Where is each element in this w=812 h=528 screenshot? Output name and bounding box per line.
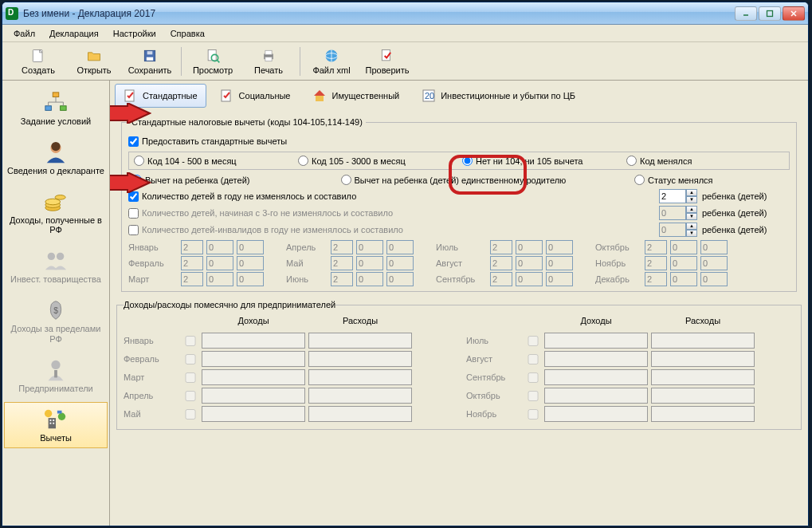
group-legend: Стандартные налоговые вычеты (коды 104-1…: [128, 117, 366, 127]
svg-line-11: [217, 60, 219, 62]
suffix-children2: ребенка (детей): [702, 208, 790, 218]
xml-icon: [324, 48, 339, 64]
sidebar-item-income-rf[interactable]: Доходы, полученные в РФ: [4, 184, 108, 240]
spin-up-down[interactable]: ▲▼: [686, 189, 697, 203]
maximize-button[interactable]: [759, 6, 781, 21]
menu-declaration[interactable]: Декларация: [43, 27, 105, 40]
svg-point-33: [57, 253, 64, 260]
sidebar-item-invest: Инвест. товарищества: [4, 243, 108, 290]
radio-code104[interactable]: Код 104 - 500 в месяц: [134, 156, 292, 166]
person-icon: [43, 140, 69, 164]
open-icon: [86, 48, 102, 64]
check-icon: [379, 48, 395, 64]
annotation-arrow-1: [110, 103, 151, 124]
label-may: Май: [286, 258, 328, 268]
cb-children-disabled[interactable]: Количество детей-инвалидов в году не изм…: [128, 225, 403, 235]
cb-provide[interactable]: Предоставить стандартные вычеты: [128, 136, 287, 147]
col-expense-right: Расходы: [651, 316, 755, 325]
svg-rect-40: [50, 423, 52, 424]
label-jan: Январь: [128, 242, 178, 252]
main-panel: Стандартные Социальные Имущественный 20И…: [110, 81, 808, 526]
xml-button[interactable]: Файл xml: [304, 45, 359, 78]
svg-marker-52: [110, 172, 150, 193]
sidebar-item-conditions[interactable]: Задание условий: [4, 85, 108, 132]
radio-code105[interactable]: Код 105 - 3000 в месяц: [298, 156, 456, 166]
svg-rect-44: [57, 411, 62, 414]
tab-social[interactable]: Социальные: [211, 84, 300, 108]
minimize-button[interactable]: [735, 6, 757, 21]
children-count-input[interactable]: [659, 189, 686, 203]
menu-file[interactable]: Файл: [7, 27, 41, 40]
svg-point-32: [48, 253, 55, 260]
svg-marker-51: [110, 103, 150, 124]
suffix-children1: ребенка (детей): [702, 191, 790, 201]
print-icon: [261, 48, 277, 64]
chart-icon: 20: [422, 89, 436, 103]
group-standard-deductions: Стандартные налоговые вычеты (коды 104-1…: [121, 117, 797, 292]
businessman-icon: [43, 358, 69, 382]
col-income-left: Доходы: [202, 316, 305, 325]
svg-text:$: $: [53, 306, 58, 315]
svg-rect-21: [61, 106, 67, 111]
svg-rect-36: [54, 370, 57, 377]
cb-children-from3[interactable]: Количество детей, начиная с 3-го не изме…: [128, 208, 393, 219]
annotation-arrow-2: [110, 172, 151, 193]
label-oct: Октябрь: [595, 242, 641, 252]
toolbar: Создать Открыть Сохранить Просмотр Печат…: [2, 42, 808, 81]
people-icon: [43, 249, 69, 273]
svg-rect-20: [45, 106, 52, 111]
print-button[interactable]: Печать: [241, 45, 296, 78]
label-nov: Ноябрь: [595, 258, 641, 268]
children-from3-input: [659, 206, 686, 220]
svg-point-31: [55, 195, 65, 200]
svg-rect-14: [265, 57, 272, 61]
app-window: Без имени - Декларация 2017 Файл Деклара…: [2, 2, 809, 526]
save-icon: [142, 48, 158, 64]
tab-invest[interactable]: 20Инвестиционные и убытки по ЦБ: [413, 84, 584, 108]
label-aug: Август: [436, 258, 487, 268]
preview-button[interactable]: Просмотр: [185, 45, 241, 78]
menu-settings[interactable]: Настройки: [107, 27, 163, 40]
svg-point-43: [58, 412, 65, 420]
bag-icon: $: [43, 298, 69, 322]
svg-rect-48: [316, 96, 324, 101]
col-income-right: Доходы: [544, 316, 648, 325]
svg-text:20: 20: [425, 91, 434, 100]
annotation-circle: [449, 155, 527, 195]
income-legend: Доходы/расходы помесячно для предпринима…: [124, 300, 335, 309]
tab-property[interactable]: Имущественный: [304, 84, 408, 108]
open-button[interactable]: Открыть: [66, 45, 122, 78]
house-icon: [312, 89, 327, 103]
label-jul: Июль: [436, 242, 487, 252]
label-feb: Февраль: [128, 258, 178, 268]
suffix-children3: ребенка (детей): [702, 225, 790, 234]
sidebar: Задание условий Сведения о декларанте До…: [2, 81, 110, 526]
radio-changed[interactable]: Код менялся: [626, 156, 784, 166]
save-button[interactable]: Сохранить: [122, 45, 178, 78]
create-button[interactable]: Создать: [10, 45, 66, 78]
doc-red-icon: [220, 89, 234, 103]
check-button[interactable]: Проверить: [359, 45, 415, 78]
close-button[interactable]: [783, 6, 805, 21]
new-icon: [30, 48, 46, 64]
sidebar-item-declarant[interactable]: Сведения о декларанте: [4, 135, 108, 181]
svg-rect-39: [53, 420, 54, 421]
svg-rect-41: [53, 423, 54, 424]
label-mar: Март: [128, 274, 178, 284]
app-icon: [6, 7, 18, 20]
coins-icon: [43, 190, 69, 214]
menu-help[interactable]: Справка: [164, 27, 211, 40]
tree-icon: [43, 91, 69, 115]
window-title: Без имени - Декларация 2017: [23, 8, 735, 19]
preview-icon: [205, 48, 221, 64]
sidebar-item-foreign: $Доходы за пределами РФ: [4, 293, 108, 349]
svg-point-35: [51, 360, 60, 368]
sidebar-item-entrepreneurs: Предприниматели: [4, 353, 108, 399]
svg-point-27: [51, 142, 60, 151]
doc-check-icon: [124, 89, 138, 103]
cb-children-count[interactable]: Количество детей в году не изменялось и …: [128, 191, 356, 202]
tabbar: Стандартные Социальные Имущественный 20И…: [110, 81, 808, 111]
sidebar-item-deductions[interactable]: Вычеты: [4, 402, 108, 448]
radio-child[interactable]: Вычет на ребенка (детей): [131, 175, 335, 185]
radio-status-changed[interactable]: Статус менялся: [634, 175, 787, 185]
